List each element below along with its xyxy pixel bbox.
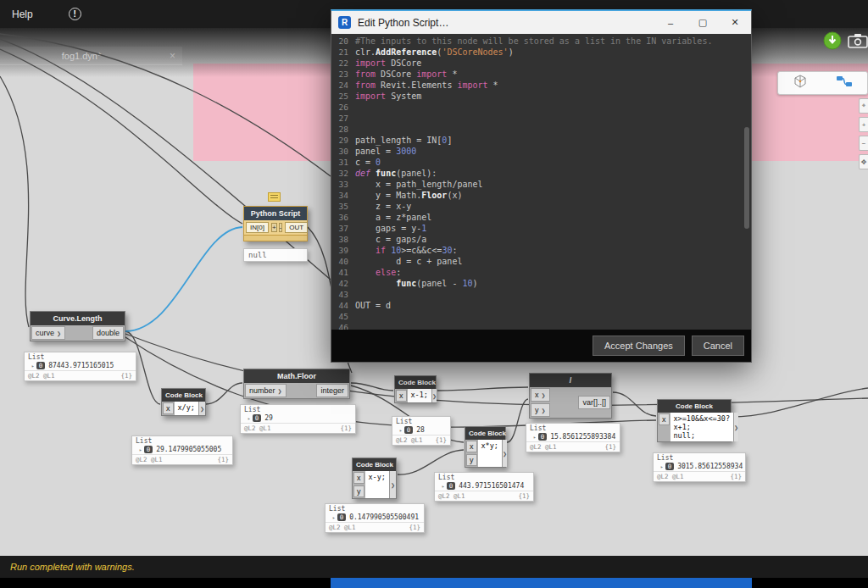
workspace-tab[interactable]: fog1.dyn* × bbox=[0, 47, 182, 65]
geometry-view-icon[interactable] bbox=[793, 74, 808, 92]
code-block-text[interactable]: x-y; bbox=[365, 471, 389, 498]
expand-caret-icon[interactable]: ▸ bbox=[660, 463, 664, 469]
node-code-block-sub[interactable]: Code Block x y x-y; ❯ bbox=[352, 458, 397, 499]
warning-note-icon[interactable] bbox=[268, 192, 281, 202]
preview-code-block-sub[interactable]: List ▸00.147990505500491 @L2 @L1{1} bbox=[325, 503, 425, 533]
close-tab-icon[interactable]: × bbox=[163, 50, 182, 62]
dialog-titlebar[interactable]: R Edit Python Script… – ▢ ✕ bbox=[331, 11, 751, 34]
python-code-editor[interactable]: 2021222324252627282930313233343536373839… bbox=[331, 34, 751, 330]
list-levels[interactable]: @L2 @L1 bbox=[329, 524, 356, 531]
export-run-icon[interactable] bbox=[823, 31, 842, 53]
code-line[interactable]: def func(panel): bbox=[355, 168, 743, 179]
code-line[interactable]: path_length = IN[0] bbox=[355, 135, 743, 146]
code-line[interactable] bbox=[355, 289, 743, 300]
graph-view-icon[interactable] bbox=[836, 75, 853, 92]
node-title[interactable]: Math.Floor bbox=[244, 369, 349, 383]
code-block-text[interactable]: x-1; bbox=[408, 389, 431, 402]
code-line[interactable] bbox=[355, 322, 743, 330]
expand-caret-icon[interactable]: ▸ bbox=[442, 483, 445, 489]
port-out[interactable]: ❯ bbox=[733, 413, 738, 441]
code-block-text[interactable]: x*y; bbox=[478, 440, 502, 467]
node-group-left[interactable] bbox=[193, 64, 332, 161]
port-x[interactable]: x bbox=[353, 472, 364, 484]
list-levels[interactable]: @L2 @L1 bbox=[396, 436, 423, 444]
port-double[interactable]: double bbox=[92, 326, 124, 340]
code-line[interactable]: else: bbox=[355, 267, 743, 278]
list-levels[interactable]: @L2 @L1 bbox=[136, 456, 163, 463]
node-code-block-div[interactable]: Code Block x x/y; ❯ bbox=[161, 388, 206, 416]
expand-caret-icon[interactable]: ▸ bbox=[139, 447, 142, 452]
preview-python-script[interactable]: null bbox=[243, 248, 308, 262]
code-line[interactable]: func(panel - 10) bbox=[355, 278, 743, 289]
code-line[interactable]: #The inputs to this node will be stored … bbox=[355, 36, 743, 47]
port-y[interactable]: y bbox=[353, 485, 364, 497]
port-out[interactable]: ❯ bbox=[502, 440, 507, 467]
port-y[interactable]: y bbox=[466, 454, 477, 466]
camera-export-icon[interactable] bbox=[848, 33, 868, 52]
accept-changes-button[interactable]: Accept Changes bbox=[593, 336, 685, 356]
port-x[interactable]: x bbox=[659, 413, 670, 425]
code-area[interactable]: #The inputs to this node will be stored … bbox=[355, 36, 743, 330]
list-levels[interactable]: @L2 @L1 bbox=[530, 443, 557, 451]
code-line[interactable]: from DSCore import * bbox=[355, 69, 743, 80]
preview-divide[interactable]: List ▸015.8561255893384 @L2 @L1{1} bbox=[526, 423, 620, 452]
port-x[interactable]: x bbox=[466, 441, 477, 452]
expand-caret-icon[interactable]: ▸ bbox=[533, 434, 537, 440]
node-title[interactable]: Code Block bbox=[465, 427, 505, 440]
code-line[interactable]: import DSCore bbox=[355, 58, 743, 69]
zoom-in-icon[interactable]: + bbox=[859, 117, 868, 132]
port-x[interactable]: x❯ bbox=[531, 388, 550, 402]
code-line[interactable] bbox=[355, 113, 743, 124]
code-line[interactable]: d = c + panel bbox=[355, 256, 743, 267]
code-block-text[interactable]: x>=10&&x<=30? x+1; null; bbox=[670, 413, 734, 441]
node-title[interactable]: Code Block bbox=[658, 400, 731, 413]
code-line[interactable]: x = path_length/panel bbox=[355, 179, 743, 190]
node-title[interactable]: Code Block bbox=[353, 458, 396, 471]
node-title[interactable]: Code Block bbox=[162, 389, 205, 402]
preview-curve-length[interactable]: List ▸087443.9715165015 @L2 @L1{1} bbox=[24, 352, 136, 381]
port-curve[interactable]: curve❯ bbox=[31, 326, 65, 340]
port-x[interactable]: x bbox=[163, 402, 174, 414]
port-number[interactable]: number❯ bbox=[245, 384, 287, 397]
add-input-button[interactable]: + bbox=[271, 223, 277, 232]
expand-caret-icon[interactable]: ▸ bbox=[31, 363, 35, 369]
node-code-block-mul[interactable]: Code Block x y x*y; ❯ bbox=[465, 426, 506, 468]
code-line[interactable] bbox=[355, 102, 743, 113]
expand-caret-icon[interactable]: ▸ bbox=[332, 514, 336, 520]
node-title[interactable]: Curve.Length bbox=[31, 312, 125, 325]
code-line[interactable]: gaps = y-1 bbox=[355, 223, 743, 234]
code-line[interactable]: z = x-y bbox=[355, 201, 743, 212]
scrollbar-thumb[interactable] bbox=[744, 127, 749, 229]
node-math-floor[interactable]: Math.Floor number❯ integer bbox=[243, 369, 350, 399]
node-title[interactable]: Code Block bbox=[395, 376, 436, 389]
port-in0[interactable]: IN[0] bbox=[246, 222, 269, 233]
fit-view-icon[interactable]: ⌖ bbox=[859, 98, 868, 114]
node-divide[interactable]: / x❯ y❯ var[]..[] bbox=[529, 373, 612, 419]
code-line[interactable] bbox=[355, 311, 743, 322]
list-levels[interactable]: @L2 @L1 bbox=[28, 372, 55, 380]
port-out[interactable]: ❯ bbox=[431, 389, 437, 402]
minimize-icon[interactable]: – bbox=[654, 11, 687, 34]
port-var-out[interactable]: var[]..[] bbox=[578, 396, 610, 409]
code-line[interactable]: clr.AddReference('DSCoreNodes') bbox=[355, 47, 743, 58]
preview-code-block-cond[interactable]: List ▸03015.85612558934 @L2 @L1{1} bbox=[653, 452, 746, 482]
zoom-out-icon[interactable]: − bbox=[859, 136, 868, 151]
code-line[interactable]: c = gaps/a bbox=[355, 234, 743, 245]
pan-icon[interactable]: ✥ bbox=[859, 154, 868, 169]
code-line[interactable]: c = 0 bbox=[355, 157, 743, 168]
node-code-block-cond[interactable]: Code Block x x>=10&&x<=30? x+1; null; ❯ bbox=[657, 399, 732, 442]
code-line[interactable] bbox=[355, 124, 743, 135]
close-icon[interactable]: ✕ bbox=[719, 11, 751, 34]
port-x[interactable]: x bbox=[396, 390, 407, 402]
code-line[interactable]: a = z*panel bbox=[355, 212, 743, 223]
cancel-button[interactable]: Cancel bbox=[692, 336, 744, 356]
node-python-script[interactable]: Python Script IN[0] + - OUT bbox=[243, 206, 308, 241]
maximize-icon[interactable]: ▢ bbox=[687, 11, 719, 34]
editor-scrollbar[interactable] bbox=[744, 34, 749, 330]
port-out[interactable]: ❯ bbox=[389, 471, 396, 498]
node-code-block-minus[interactable]: Code Block x x-1; ❯ bbox=[394, 375, 437, 403]
preview-math-floor[interactable]: List ▸029 @L2 @L1{1} bbox=[240, 404, 356, 434]
port-out[interactable]: ❯ bbox=[198, 402, 205, 415]
code-line[interactable]: panel = 3000 bbox=[355, 146, 743, 157]
remove-input-button[interactable]: - bbox=[279, 223, 283, 232]
